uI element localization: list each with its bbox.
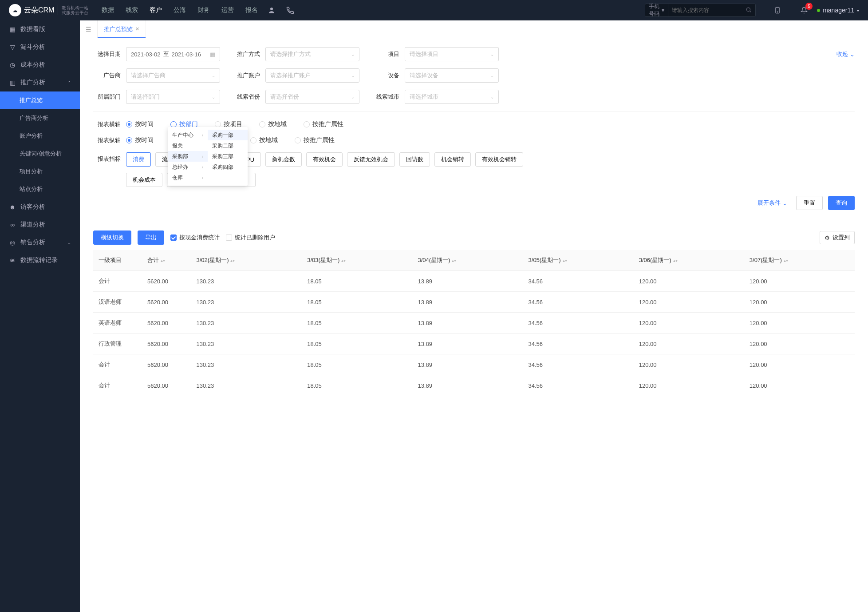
metric-oppcost[interactable]: 机会成本 bbox=[126, 173, 162, 187]
user-menu[interactable]: manager11 ▾ bbox=[817, 7, 859, 14]
account-select[interactable]: 请选择推广账户⌄ bbox=[265, 68, 359, 83]
table-row[interactable]: 会计5620.00130.2318.0513.8934.56120.00120.… bbox=[93, 375, 855, 396]
search-type-select[interactable]: 手机号码▾ bbox=[645, 4, 668, 16]
collapse-filters[interactable]: 收起⌄ bbox=[836, 50, 855, 58]
collapse-sidebar-button[interactable]: ☰ bbox=[80, 20, 98, 38]
metric-newopp[interactable]: 新机会数 bbox=[265, 152, 302, 167]
table-header-cell[interactable]: 3/05(星期一)▴▾ bbox=[523, 250, 634, 271]
chevron-down-icon: ⌄ bbox=[212, 95, 215, 99]
logo[interactable]: ☁ 云朵CRM 教育机构一站 式服务云平台 bbox=[9, 4, 88, 16]
nav-signup[interactable]: 报名 bbox=[245, 6, 258, 14]
check-cash[interactable]: 按现金消费统计 bbox=[170, 234, 220, 242]
table-cell: 130.23 bbox=[191, 354, 302, 375]
cascader-opt-gm[interactable]: 总经办› bbox=[168, 162, 208, 172]
metric-validconv[interactable]: 有效机会销转 bbox=[475, 152, 523, 167]
promo-select[interactable]: 请选择推广方式⌄ bbox=[265, 47, 359, 61]
sidebar-sales[interactable]: ◎销售分析⌄ bbox=[0, 234, 80, 251]
v-radio-time[interactable]: 按时间 bbox=[126, 136, 154, 144]
chevron-down-icon: ⌄ bbox=[351, 73, 355, 78]
search-input[interactable] bbox=[668, 7, 742, 13]
export-button[interactable]: 导出 bbox=[138, 230, 164, 245]
table-header-cell[interactable]: 3/04(星期一)▴▾ bbox=[412, 250, 523, 271]
table-header-cell[interactable]: 3/03(星期一)▴▾ bbox=[302, 250, 412, 271]
nav-leads[interactable]: 线索 bbox=[126, 6, 138, 14]
profile-icon[interactable] bbox=[267, 5, 276, 15]
table-row[interactable]: 会计5620.00130.2318.0513.8934.56120.00120.… bbox=[93, 354, 855, 375]
nav-sea[interactable]: 公海 bbox=[174, 6, 186, 14]
sidebar-site[interactable]: 站点分析 bbox=[0, 180, 80, 198]
cascader-opt-customs[interactable]: 报关 bbox=[168, 140, 208, 151]
switch-button[interactable]: 横纵切换 bbox=[93, 230, 131, 245]
cascader-opt-p3[interactable]: 采购三部 bbox=[208, 151, 248, 162]
advertiser-select[interactable]: 请选择广告商⌄ bbox=[126, 68, 220, 83]
h-radio-time[interactable]: 按时间 bbox=[126, 120, 154, 128]
table-cell: 120.00 bbox=[744, 334, 855, 354]
metric-revisit[interactable]: 回访数 bbox=[399, 152, 430, 167]
expand-conditions[interactable]: 展开条件⌄ bbox=[758, 199, 787, 207]
filter-date: 选择日期 2021-03-02 至 2021-03-16 ▦ bbox=[93, 47, 220, 61]
cascader-opt-production[interactable]: 生产中心› bbox=[168, 130, 208, 140]
sidebar-flow[interactable]: ≋数据流转记录 bbox=[0, 251, 80, 269]
v-radio-attr[interactable]: 按推广属性 bbox=[295, 136, 335, 144]
divider bbox=[93, 111, 855, 111]
sidebar-channel[interactable]: ∞渠道分析 bbox=[0, 216, 80, 234]
nav-customer[interactable]: 客户 bbox=[150, 6, 162, 14]
column-settings[interactable]: ⚙设置列 bbox=[820, 231, 855, 244]
search-icon[interactable] bbox=[742, 7, 755, 14]
metric-hidden1[interactable]: 流 bbox=[155, 152, 169, 167]
city-select[interactable]: 请选择城市⌄ bbox=[405, 90, 499, 104]
query-button[interactable]: 查询 bbox=[828, 196, 855, 210]
table-row[interactable]: 会计5620.00130.2318.0513.8934.56120.00120.… bbox=[93, 271, 855, 292]
h-radio-region[interactable]: 按地域 bbox=[259, 120, 287, 128]
close-icon[interactable]: ✕ bbox=[135, 26, 139, 32]
h-axis-row: 报表横轴 按时间 按部门 按项目 按地域 按推广属性 生产中心› 报关 采购部›… bbox=[93, 120, 855, 128]
metric-validopp[interactable]: 有效机会 bbox=[306, 152, 343, 167]
nav-data[interactable]: 数据 bbox=[102, 6, 114, 14]
mobile-icon[interactable] bbox=[773, 5, 782, 15]
table-row[interactable]: 英语老师5620.00130.2318.0513.8934.56120.0012… bbox=[93, 313, 855, 334]
dept-select[interactable]: 请选择部门⌄ bbox=[126, 90, 220, 104]
cascader-opt-p2[interactable]: 采购二部 bbox=[208, 140, 248, 151]
tab-promo-overview[interactable]: 推广总预览 ✕ bbox=[98, 20, 146, 38]
sidebar-keyword[interactable]: 关键词/创意分析 bbox=[0, 145, 80, 163]
cascader-opt-p4[interactable]: 采购四部 bbox=[208, 162, 248, 172]
sidebar-promo[interactable]: ▥推广分析⌃ bbox=[0, 74, 80, 91]
cascader-opt-p1[interactable]: 采购一部 bbox=[208, 130, 248, 140]
sidebar-funnel[interactable]: ▽漏斗分析 bbox=[0, 38, 80, 56]
table-cell: 5620.00 bbox=[142, 354, 191, 375]
sidebar-promo-overview[interactable]: 推广总览 bbox=[0, 91, 80, 109]
metric-spend[interactable]: 消费 bbox=[126, 152, 151, 167]
nav-ops[interactable]: 运营 bbox=[221, 6, 234, 14]
sidebar-visitor[interactable]: ☻访客分析 bbox=[0, 198, 80, 216]
province-select[interactable]: 请选择省份⌄ bbox=[265, 90, 359, 104]
nav-finance[interactable]: 财务 bbox=[197, 6, 210, 14]
metric-oppconv[interactable]: 机会销转 bbox=[434, 152, 471, 167]
sidebar-advertiser[interactable]: 广告商分析 bbox=[0, 109, 80, 127]
cascader-opt-warehouse[interactable]: 仓库› bbox=[168, 172, 208, 183]
table-header-cell[interactable]: 3/06(星期一)▴▾ bbox=[634, 250, 744, 271]
table-header-cell[interactable]: 一级项目 bbox=[93, 250, 142, 271]
gear-icon: ⚙ bbox=[825, 234, 830, 241]
table-header-cell[interactable]: 3/07(星期一)▴▾ bbox=[744, 250, 855, 271]
bell-icon[interactable]: 5 bbox=[799, 5, 809, 15]
cascader-opt-purchase[interactable]: 采购部› bbox=[168, 151, 208, 162]
project-select[interactable]: 请选择项目⌄ bbox=[405, 47, 499, 61]
sidebar-cost[interactable]: ◷成本分析 bbox=[0, 56, 80, 74]
reset-button[interactable]: 重置 bbox=[796, 196, 823, 210]
table-row[interactable]: 行政管理5620.00130.2318.0513.8934.56120.0012… bbox=[93, 334, 855, 354]
bell-badge: 5 bbox=[805, 3, 813, 10]
sidebar-dashboard[interactable]: ▦数据看版 bbox=[0, 20, 80, 38]
date-range-input[interactable]: 2021-03-02 至 2021-03-16 ▦ bbox=[126, 47, 220, 61]
h-radio-attr[interactable]: 按推广属性 bbox=[304, 120, 343, 128]
check-deleted[interactable]: 统计已删除用户 bbox=[226, 234, 275, 242]
device-select[interactable]: 请选择设备⌄ bbox=[405, 68, 499, 83]
table-header-cell[interactable]: 合计▴▾ bbox=[142, 250, 191, 271]
phone-icon[interactable] bbox=[285, 5, 295, 15]
metric-invalid[interactable]: 反馈无效机会 bbox=[347, 152, 395, 167]
sidebar-project[interactable]: 项目分析 bbox=[0, 163, 80, 180]
sidebar-account[interactable]: 账户分析 bbox=[0, 127, 80, 145]
table-cell: 120.00 bbox=[634, 334, 744, 354]
v-radio-region[interactable]: 按地域 bbox=[250, 136, 278, 144]
table-row[interactable]: 汉语老师5620.00130.2318.0513.8934.56120.0012… bbox=[93, 292, 855, 313]
table-header-cell[interactable]: 3/02(星期一)▴▾ bbox=[191, 250, 302, 271]
